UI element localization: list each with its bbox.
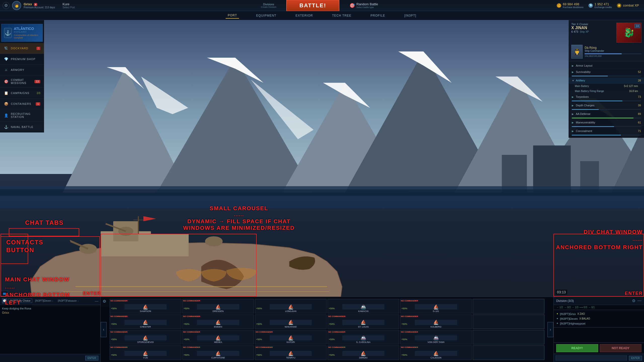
- ship-card-katori[interactable]: NO COMMANDER ⛵ +50% KATORI: [255, 330, 327, 345]
- ship-card-medea[interactable]: NO COMMANDER ⛵ +50% MEDEA: [182, 330, 254, 345]
- ship-card-stlouis[interactable]: NO COMMANDER ⛵ +50% ST. LOUIS: [328, 314, 399, 329]
- ship-tier: Tier X Cruiser: [571, 23, 589, 26]
- chat-input-bar: ENTER: [0, 354, 100, 362]
- enter-button[interactable]: ENTER: [85, 356, 98, 360]
- ship-card-curtatone[interactable]: NO COMMANDER ⛵ +50% CURTATONE: [182, 345, 254, 360]
- ship-card-empty-1: [473, 299, 544, 313]
- svg-rect-21: [0, 189, 644, 196]
- aa-defense-bar: [572, 118, 641, 118]
- stat-artillery[interactable]: ▼ Artillery 28: [569, 77, 644, 84]
- ship-card-empty-3: [473, 330, 544, 345]
- ship-card-vondertann[interactable]: NO COMMANDER 🚢 +50% VON DER TANN: [400, 330, 472, 345]
- naval-battle-icon: ⚓: [4, 125, 8, 129]
- ready-button[interactable]: READY!: [556, 344, 598, 352]
- sidebar-item-naval-battle[interactable]: ⚓ NAVAL BATTLE: [0, 122, 44, 132]
- div-minimize-icon[interactable]: —: [637, 298, 641, 303]
- div-enter-button[interactable]: ENTER: [629, 356, 642, 360]
- div-chat-window: Division (3/3) ⚙ — → 1/2 → 0/3 → 1/3 ⟹ 0…: [553, 297, 644, 362]
- ship-card-chester[interactable]: NO COMMANDER ⛵ +50% CHESTER: [110, 314, 181, 329]
- ship-card-v25[interactable]: NO COMMANDER ⛵ +50% V-25: [110, 345, 181, 360]
- dockyard-badge: !: [36, 47, 40, 50]
- settings-icon[interactable]: ⚙: [3, 2, 10, 9]
- battle-button[interactable]: BATTLE!: [286, 0, 339, 11]
- armory-icon: ⚔: [4, 68, 8, 72]
- stat-main-battery-range: Main Battery Firing Range 16.8 km: [569, 89, 644, 94]
- sidebar-item-containers[interactable]: 📦 CONTAINERS 1: [0, 99, 44, 109]
- chat-tab-3[interactable]: [IN3PT]Fatsauce ↓: [56, 299, 80, 303]
- top-bar-right: 💰 69 984 498 Purchase doubloons 💎 1 952 …: [538, 2, 644, 9]
- div-members: ✦ [IN3PT]Grixx X ZAO ✦ [IN3PT]Eleven X B…: [554, 310, 644, 328]
- ship-card-derzki[interactable]: NO COMMANDER ⛵ +50% DERZKI: [328, 345, 399, 360]
- sidebar-item-armory[interactable]: ⚔ ARMORY: [0, 65, 44, 75]
- chat-input[interactable]: [2, 357, 83, 360]
- nav-exterior[interactable]: EXTERIOR: [294, 13, 315, 18]
- nav-clan[interactable]: [IN3PT]: [402, 13, 418, 18]
- stat-survivability[interactable]: ▶ Survivability 52: [569, 69, 644, 75]
- doubloons-icon: 💰: [557, 3, 561, 8]
- chat-icon: 💬: [2, 298, 7, 303]
- chat-message-1: Keep dodging the Rona: [2, 307, 98, 310]
- player-badge: 8: [34, 3, 37, 6]
- filter-icon[interactable]: ⚙: [103, 299, 106, 304]
- nav-equipment[interactable]: EQUIPMENT: [254, 13, 278, 18]
- bottom-area: 💬 [IN3PT] By Choice [IN3PT]Eleven ↓ [IN3…: [0, 297, 644, 362]
- chat-tab-2[interactable]: [IN3PT]Eleven ↓: [33, 299, 55, 303]
- carousel-prev-arrow[interactable]: ‹: [101, 322, 107, 337]
- div-chat-input[interactable]: [556, 355, 627, 360]
- svg-rect-18: [533, 146, 571, 193]
- stat-torpedoes[interactable]: ▶ Torpedoes 73: [569, 94, 644, 100]
- ship-card-scarolina[interactable]: NO COMMANDER 🚢 +50% S. CAROLINA: [328, 330, 399, 345]
- stat-maneuverability[interactable]: ▶ Maneuverability 61: [569, 119, 644, 126]
- ship-card-kawachi[interactable]: 🚢 +50% KAWACHI: [328, 299, 399, 313]
- sidebar-item-missions[interactable]: 🎯 COMBAT MISSIONS 13: [0, 75, 44, 88]
- carousel-next-arrow[interactable]: ›: [547, 322, 553, 337]
- stat-aa-defense[interactable]: ▶ AA Defense 89: [569, 111, 644, 117]
- ship-card-wakatake[interactable]: ⛵ +50% WAKATAKE: [255, 314, 327, 329]
- level-badge: 14: [634, 24, 640, 28]
- atlântico-badge[interactable]: ⚓ ATLÂNTICO ESTALEIRO Construction of At…: [1, 24, 43, 42]
- ship-card-dresden[interactable]: NO COMMANDER ⛵ +50% DRESDEN: [182, 299, 254, 313]
- carousel-grid: NO COMMANDER ⛵ +50% SAMPSON NO COMMANDER…: [103, 299, 551, 360]
- ship-card-sampson[interactable]: NO COMMANDER ⛵ +50% SAMPSON: [110, 299, 181, 313]
- ship-card-empty-4: [473, 345, 544, 360]
- ship-card-storozhevoi[interactable]: NO COMMANDER ⛵ +50% STOROZHEVOI: [110, 330, 181, 345]
- sidebar-item-recruiting[interactable]: 👤 RECRUITING STATION: [0, 109, 44, 122]
- sidebar-item-campaigns[interactable]: 📋 CAMPAIGNS 2/3: [0, 88, 44, 99]
- stat-armor-layout[interactable]: ▶ Armor Layout: [569, 63, 644, 69]
- chat-tab-1[interactable]: [IN3PT] By Choice: [8, 299, 32, 303]
- div-member-3: ✦ [IN3PT]Highwaypoet: [556, 321, 641, 326]
- chat-tabs: 💬 [IN3PT] By Choice [IN3PT]Eleven ↓ [IN3…: [0, 297, 100, 305]
- containers-badge: 1: [36, 102, 40, 106]
- ship-card-tenryu[interactable]: NO COMMANDER ⛵ +50% TENRYU: [255, 345, 327, 360]
- nav-port[interactable]: PORT: [226, 13, 239, 19]
- random-battle-button[interactable]: 🎯 Random Battle Select battle type: [349, 2, 378, 9]
- nav-tech-tree[interactable]: TECH TREE: [330, 13, 353, 18]
- main-chat-window: 💬 [IN3PT] By Choice [IN3PT]Eleven ↓ [IN3…: [0, 297, 101, 362]
- div-settings-icon[interactable]: ⚙: [632, 298, 635, 303]
- dockyard-icon: 🏗: [4, 46, 8, 51]
- stat-depth-charges[interactable]: ▶ Depth Charges 39: [569, 102, 644, 109]
- nav-profile[interactable]: PROFILE: [369, 13, 387, 18]
- sidebar-item-dockyard[interactable]: 🏗 DOCKYARD !: [0, 43, 44, 54]
- chat-minimize[interactable]: —: [95, 299, 98, 303]
- svg-marker-3: [141, 76, 188, 114]
- divisions-button[interactable]: Divisions Create Division: [261, 3, 276, 8]
- div-header: Division (3/3) ⚙ —: [554, 297, 644, 305]
- port-select[interactable]: Kure Select Port: [63, 2, 75, 9]
- stat-concealment[interactable]: ▶ Concealment 71: [569, 128, 644, 134]
- not-ready-button[interactable]: NOT READY: [600, 344, 642, 352]
- ship-card-caledon[interactable]: NO COMMANDER ⛵ +50% CALEDON: [400, 345, 472, 360]
- ship-card-kolberg[interactable]: NO COMMANDER ⛵ +50% KOLBERG: [400, 314, 472, 329]
- ship-card-empty-2: [473, 314, 544, 329]
- containers-icon: 📦: [4, 102, 8, 106]
- survivability-bar: [572, 76, 641, 76]
- contacts-button[interactable]: 👥: [1, 291, 8, 296]
- ship-card-emden[interactable]: NO COMMANDER ⛵ +50% EMDEN: [182, 314, 254, 329]
- sidebar-item-premium[interactable]: 💎 PREMIUM SHOP: [0, 54, 44, 65]
- ship-card-longjian[interactable]: ⛵ +50% LONGJIAN: [255, 299, 327, 313]
- div-chat-messages: [554, 328, 644, 342]
- div-controls: ⚙ —: [632, 298, 641, 303]
- ship-card-g101[interactable]: NO COMMANDER ⛵ +50% G-101: [400, 299, 472, 313]
- top-bar-center: Divisions Create Division BATTLE! 🎯 Rand…: [101, 0, 538, 11]
- premium-icon: 💎: [4, 57, 8, 61]
